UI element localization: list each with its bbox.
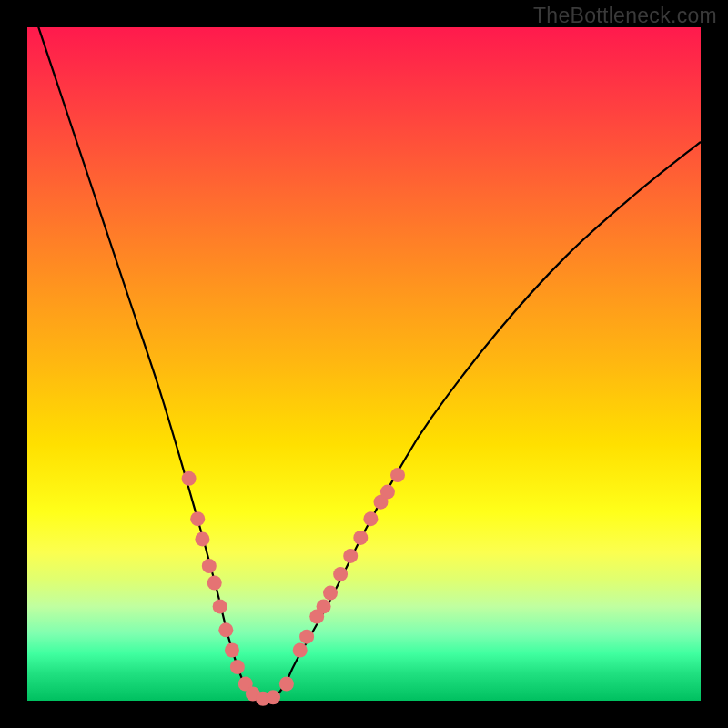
curve-marker [333,567,348,581]
curve-marker [195,531,209,546]
curve-marker [363,511,378,526]
curve-marker [202,559,217,573]
curve-marker [230,660,245,674]
curve-marker [317,599,331,613]
curve-path [27,0,701,703]
curve-marker [380,485,395,500]
curve-marker [323,586,338,601]
curve-marker [182,471,197,486]
curve-marker [213,599,228,613]
curve-marker [343,549,358,563]
curve-marker [299,630,314,644]
bottleneck-curve [27,27,701,701]
curve-marker [279,677,294,692]
watermark-text: TheBottleneck.com [533,4,717,28]
curve-marker [353,531,368,545]
curve-marker [225,643,239,658]
curve-marker [218,622,233,637]
curve-marker [390,468,405,482]
curve-marker [190,511,205,526]
plot-area [27,27,701,701]
curve-marker [207,576,222,591]
chart-frame: TheBottleneck.com [0,0,728,728]
curve-marker [293,643,308,658]
curve-marker [266,690,280,704]
